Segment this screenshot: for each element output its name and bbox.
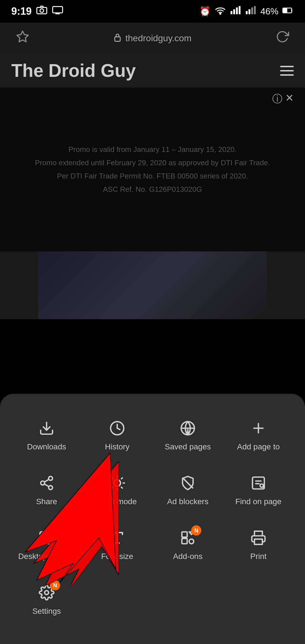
saved-pages-label: Saved pages [165,442,211,451]
time: 9:19 [11,5,32,17]
menu-row-4: N Settings [11,572,294,627]
find-icon [249,474,267,492]
svg-rect-47 [182,538,187,544]
plus-icon [249,419,267,437]
svg-rect-7 [239,6,240,14]
font-size-label: Font size [101,552,133,561]
globe-download-icon [179,419,197,437]
ad-line2: Promo extended until February 29, 2020 a… [35,156,270,169]
menu-row-2: Share Light mode [11,463,294,517]
photo-icon [36,5,47,17]
svg-line-33 [121,478,122,479]
site-header: The Droid Guy [0,54,305,88]
svg-point-46 [189,539,194,544]
settings-badge: N [50,580,60,590]
add-page-to-label: Add page to [237,442,280,451]
shield-icon [179,474,197,492]
hamburger-menu[interactable] [280,66,294,76]
signal-icon [230,6,241,17]
menu-item-find-on-page[interactable]: Find on page [223,463,294,517]
svg-rect-11 [254,6,256,14]
ad-line1: Promo is valid from January 11 – January… [35,143,270,156]
menu-item-settings[interactable]: N Settings [11,572,82,627]
svg-rect-4 [230,11,232,14]
desktop-icon [38,529,56,547]
wifi-icon [215,6,226,17]
svg-rect-2 [53,6,62,13]
print-icon [249,529,267,547]
share-label: Share [36,497,57,506]
menu-item-ad-blockers[interactable]: Ad blockers [152,463,223,517]
url-text: thedroidguy.com [125,33,191,43]
svg-rect-13 [283,8,287,12]
close-ad-icon[interactable]: ✕ [285,92,294,106]
ad-line4: ASC Ref. No. G126P013020G [35,183,270,196]
add-ons-label: Add-ons [173,552,202,561]
ad-area: ⓘ ✕ Promo is valid from January 11 – Jan… [0,88,305,251]
status-left: 9:19 [11,5,63,17]
site-title: The Droid Guy [11,60,136,81]
sun-icon [108,474,126,492]
svg-rect-14 [115,37,120,41]
font-icon [108,529,126,547]
menu-row-3: Desktop version Font size N [11,517,294,572]
bottom-sheet: Downloads History Saved page [0,394,305,644]
menu-item-add-ons[interactable]: N Add-ons [152,517,223,572]
svg-rect-6 [236,7,238,14]
ad-controls: ⓘ ✕ [272,92,294,106]
svg-line-32 [112,487,113,488]
info-icon: ⓘ [272,92,282,106]
svg-rect-9 [249,9,250,14]
menu-item-add-page-to[interactable]: Add page to [223,408,294,463]
light-mode-label: Light mode [98,497,137,506]
menu-item-downloads[interactable]: Downloads [11,408,82,463]
svg-line-23 [44,484,49,487]
ad-text: Promo is valid from January 11 – January… [29,137,276,201]
url-bar[interactable]: thedroidguy.com [34,33,271,44]
share-icon [38,474,56,492]
settings-label: Settings [32,607,61,616]
print-label: Print [250,552,267,561]
signal2-icon [245,6,256,17]
menu-item-desktop-version[interactable]: Desktop version [11,517,82,572]
alarm-icon: ⏰ [199,6,211,17]
svg-point-1 [40,9,44,12]
svg-line-39 [263,487,264,488]
article-image [38,251,267,319]
addons-badge: N [191,525,201,536]
browser-toolbar: thedroidguy.com [0,23,305,54]
battery-percent: 46% [260,6,278,17]
svg-line-24 [44,479,49,482]
ad-line3: Per DTI Fair Trade Permit No. FTEB 00500… [35,169,270,183]
battery-icon [282,6,294,17]
svg-line-28 [112,478,113,479]
svg-point-3 [220,13,221,14]
downloads-label: Downloads [27,442,66,451]
menu-item-light-mode[interactable]: Light mode [82,463,152,517]
screen-icon [52,5,63,17]
refresh-icon[interactable] [271,30,294,47]
svg-rect-10 [251,7,253,14]
status-right: ⏰ 46% [199,6,294,17]
menu-item-saved-pages[interactable]: Saved pages [152,408,223,463]
find-on-page-label: Find on page [235,497,281,506]
svg-point-25 [114,480,120,486]
menu-item-font-size[interactable]: Font size [82,517,152,572]
svg-rect-48 [254,539,262,545]
settings-icon: N [38,584,56,602]
menu-item-history[interactable]: History [82,408,152,463]
svg-rect-45 [182,532,187,537]
svg-rect-40 [40,532,53,541]
ad-blockers-label: Ad blockers [167,497,208,506]
lock-icon [114,33,121,44]
image-area [0,251,305,319]
history-label: History [105,442,129,451]
menu-item-share[interactable]: Share [11,463,82,517]
status-bar: 9:19 ⏰ [0,0,305,23]
desktop-version-label: Desktop version [18,552,75,561]
addons-icon: N [179,529,197,547]
bookmark-icon[interactable] [11,30,34,47]
history-icon [108,419,126,437]
menu-item-print[interactable]: Print [223,517,294,572]
svg-line-29 [121,487,122,488]
